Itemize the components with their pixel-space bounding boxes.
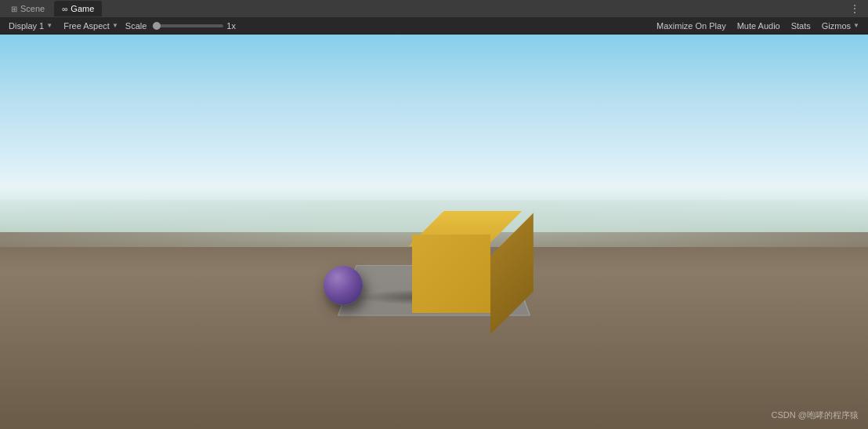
mute-audio-button[interactable]: Mute Audio — [733, 20, 784, 31]
aspect-dropdown[interactable]: Free Aspect ▼ — [60, 20, 122, 31]
tab-scene-label: Scene — [20, 4, 45, 13]
scale-value: 1x — [226, 21, 236, 31]
game-tab-icon: ∞ — [62, 5, 67, 13]
scale-slider[interactable] — [153, 24, 223, 27]
toolbar-right: Maximize On Play Mute Audio Stats Gizmos… — [653, 20, 863, 31]
game-viewport: CSDN @咆哮的程序猿 — [0, 35, 868, 429]
tab-bar-right: ⋮ — [844, 2, 865, 15]
maximize-on-play-button[interactable]: Maximize On Play — [653, 20, 730, 31]
tab-game[interactable]: ∞ Game — [54, 1, 102, 16]
toolbar-left: Display 1 ▼ Free Aspect ▼ Scale 1x — [5, 20, 236, 31]
tab-menu-button[interactable]: ⋮ — [844, 2, 865, 15]
watermark: CSDN @咆哮的程序猿 — [772, 409, 859, 421]
aspect-label: Free Aspect — [63, 21, 110, 31]
tab-scene[interactable]: ⊞ Scene — [3, 1, 52, 16]
cube-mesh — [412, 234, 490, 313]
display-label: Display 1 — [9, 21, 44, 31]
display-dropdown[interactable]: Display 1 ▼ — [5, 20, 56, 31]
tab-bar-left: ⊞ Scene ∞ Game — [3, 1, 102, 16]
sphere-object — [324, 266, 363, 305]
tab-game-label: Game — [71, 4, 94, 13]
cube-face-front — [412, 234, 490, 313]
scale-slider-thumb — [153, 22, 161, 30]
gizmos-label: Gizmos — [822, 21, 851, 31]
toolbar: Display 1 ▼ Free Aspect ▼ Scale 1x Maxim… — [0, 17, 868, 35]
scale-slider-container: Scale 1x — [125, 21, 236, 31]
cube-object — [412, 234, 490, 313]
display-dropdown-arrow: ▼ — [46, 22, 52, 29]
gizmos-dropdown[interactable]: Gizmos ▼ — [818, 20, 863, 31]
aspect-dropdown-arrow: ▼ — [112, 22, 118, 29]
mute-label: Mute Audio — [737, 21, 780, 31]
stats-button[interactable]: Stats — [787, 20, 815, 31]
maximize-label: Maximize On Play — [656, 21, 726, 31]
scene-tab-icon: ⊞ — [11, 5, 17, 13]
stats-label: Stats — [791, 21, 811, 31]
gizmos-dropdown-arrow: ▼ — [853, 22, 859, 29]
tab-bar: ⊞ Scene ∞ Game ⋮ — [0, 0, 868, 17]
scale-label: Scale — [125, 21, 147, 31]
